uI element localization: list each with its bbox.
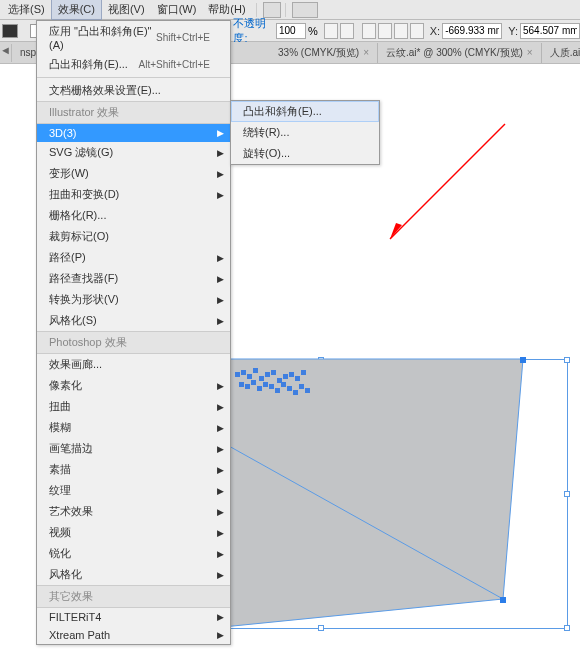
submenu-arrow-icon: ▶ bbox=[217, 190, 224, 200]
menu-pixelate[interactable]: 像素化▶ bbox=[37, 375, 230, 396]
menu-window[interactable]: 窗口(W) bbox=[151, 0, 203, 19]
isolate-icon[interactable] bbox=[410, 23, 424, 39]
svg-rect-18 bbox=[263, 382, 268, 387]
section-other: 其它效果 bbox=[37, 585, 230, 608]
opacity-unit: % bbox=[308, 25, 318, 37]
svg-rect-17 bbox=[257, 386, 262, 391]
fill-swatch[interactable] bbox=[2, 24, 18, 38]
svg-rect-3 bbox=[241, 370, 246, 375]
menu-blur[interactable]: 模糊▶ bbox=[37, 417, 230, 438]
submenu-arrow-icon: ▶ bbox=[217, 612, 224, 622]
menu-filterit4[interactable]: FILTERiT4▶ bbox=[37, 608, 230, 626]
separator bbox=[285, 3, 286, 17]
submenu-arrow-icon: ▶ bbox=[217, 381, 224, 391]
svg-rect-13 bbox=[301, 370, 306, 375]
menu-stylize-ps[interactable]: 风格化▶ bbox=[37, 564, 230, 585]
submenu-arrow-icon: ▶ bbox=[217, 128, 224, 138]
menu-warp[interactable]: 变形(W)▶ bbox=[37, 163, 230, 184]
menu-crop-marks[interactable]: 裁剪标记(O) bbox=[37, 226, 230, 247]
menu-effects[interactable]: 效果(C) bbox=[51, 0, 102, 20]
menu-distort-transform[interactable]: 扭曲和变换(D)▶ bbox=[37, 184, 230, 205]
submenu-extrude-bevel[interactable]: 凸出和斜角(E)... bbox=[231, 101, 379, 122]
svg-rect-12 bbox=[295, 376, 300, 381]
annotation-arrow bbox=[380, 119, 510, 249]
menu-rasterize[interactable]: 栅格化(R)... bbox=[37, 205, 230, 226]
submenu-arrow-icon: ▶ bbox=[217, 423, 224, 433]
svg-rect-15 bbox=[245, 384, 250, 389]
menu-artistic[interactable]: 艺术效果▶ bbox=[37, 501, 230, 522]
section-illustrator: Illustrator 效果 bbox=[37, 101, 230, 124]
menu-video[interactable]: 视频▶ bbox=[37, 522, 230, 543]
submenu-arrow-icon: ▶ bbox=[217, 295, 224, 305]
style-icon[interactable] bbox=[324, 23, 338, 39]
align-icon[interactable] bbox=[362, 23, 376, 39]
menu-stylize[interactable]: 风格化(S)▶ bbox=[37, 310, 230, 331]
submenu-arrow-icon: ▶ bbox=[217, 486, 224, 496]
submenu-arrow-icon: ▶ bbox=[217, 507, 224, 517]
menu-convert-shape[interactable]: 转换为形状(V)▶ bbox=[37, 289, 230, 310]
menu-texture[interactable]: 纹理▶ bbox=[37, 480, 230, 501]
document-tab[interactable]: 人质.ai* @ 100% (RG bbox=[542, 43, 580, 63]
menu-brush-strokes[interactable]: 画笔描边▶ bbox=[37, 438, 230, 459]
recolor-icon[interactable] bbox=[340, 23, 354, 39]
submenu-arrow-icon: ▶ bbox=[217, 444, 224, 454]
tab-scroll-left[interactable]: ◄ bbox=[0, 44, 12, 62]
menu-path[interactable]: 路径(P)▶ bbox=[37, 247, 230, 268]
svg-rect-23 bbox=[293, 390, 298, 395]
submenu-rotate[interactable]: 旋转(O)... bbox=[231, 143, 379, 164]
svg-rect-2 bbox=[235, 372, 240, 377]
svg-rect-19 bbox=[269, 384, 274, 389]
svg-line-26 bbox=[390, 124, 505, 239]
close-icon[interactable]: × bbox=[363, 47, 369, 58]
menu-sharpen[interactable]: 锐化▶ bbox=[37, 543, 230, 564]
svg-marker-27 bbox=[390, 223, 402, 239]
document-tab[interactable]: 33% (CMYK/预览)× bbox=[270, 43, 378, 63]
opacity-input[interactable] bbox=[276, 23, 306, 39]
submenu-revolve[interactable]: 绕转(R)... bbox=[231, 122, 379, 143]
x-input[interactable] bbox=[442, 23, 502, 39]
opacity-label: 不透明度: bbox=[233, 16, 273, 46]
transform-icon[interactable] bbox=[378, 23, 392, 39]
menu-3d[interactable]: 3D(3)▶ bbox=[37, 124, 230, 142]
menu-select[interactable]: 选择(S) bbox=[2, 0, 51, 19]
svg-rect-5 bbox=[253, 368, 258, 373]
svg-rect-11 bbox=[289, 372, 294, 377]
document-tab[interactable]: 云纹.ai* @ 300% (CMYK/预览)× bbox=[378, 43, 542, 63]
menu-xtream-path[interactable]: Xtream Path▶ bbox=[37, 626, 230, 644]
svg-rect-6 bbox=[259, 376, 264, 381]
menu-effect-gallery[interactable]: 效果画廊... bbox=[37, 354, 230, 375]
anchor-point[interactable] bbox=[500, 597, 506, 603]
submenu-3d: 凸出和斜角(E)... 绕转(R)... 旋转(O)... bbox=[230, 100, 380, 165]
x-label: X: bbox=[430, 25, 440, 37]
submenu-arrow-icon: ▶ bbox=[217, 274, 224, 284]
y-input[interactable] bbox=[520, 23, 580, 39]
svg-rect-14 bbox=[239, 382, 244, 387]
menu-view[interactable]: 视图(V) bbox=[102, 0, 151, 19]
apply-last-effect[interactable]: 应用 "凸出和斜角(E)" (A)Shift+Ctrl+E bbox=[37, 21, 230, 54]
anchor-point[interactable] bbox=[520, 357, 526, 363]
submenu-arrow-icon: ▶ bbox=[217, 148, 224, 158]
menu-pathfinder[interactable]: 路径查找器(F)▶ bbox=[37, 268, 230, 289]
arrange-icon[interactable] bbox=[292, 2, 318, 18]
svg-rect-20 bbox=[275, 388, 280, 393]
effects-menu: 应用 "凸出和斜角(E)" (A)Shift+Ctrl+E 凸出和斜角(E)..… bbox=[36, 20, 231, 645]
menu-sketch[interactable]: 素描▶ bbox=[37, 459, 230, 480]
submenu-arrow-icon: ▶ bbox=[217, 528, 224, 538]
submenu-arrow-icon: ▶ bbox=[217, 570, 224, 580]
svg-rect-24 bbox=[299, 384, 304, 389]
y-label: Y: bbox=[508, 25, 518, 37]
svg-rect-4 bbox=[247, 374, 252, 379]
svg-rect-10 bbox=[283, 374, 288, 379]
document-raster-settings[interactable]: 文档栅格效果设置(E)... bbox=[37, 80, 230, 101]
close-icon[interactable]: × bbox=[527, 47, 533, 58]
submenu-arrow-icon: ▶ bbox=[217, 402, 224, 412]
submenu-arrow-icon: ▶ bbox=[217, 630, 224, 640]
menu-svg-filters[interactable]: SVG 滤镜(G)▶ bbox=[37, 142, 230, 163]
last-effect[interactable]: 凸出和斜角(E)...Alt+Shift+Ctrl+E bbox=[37, 54, 230, 75]
shape-icon[interactable] bbox=[394, 23, 408, 39]
menubar: 选择(S) 效果(C) 视图(V) 窗口(W) 帮助(H) bbox=[0, 0, 580, 20]
svg-rect-8 bbox=[271, 370, 276, 375]
svg-rect-25 bbox=[305, 388, 310, 393]
separator bbox=[256, 3, 257, 17]
menu-distort[interactable]: 扭曲▶ bbox=[37, 396, 230, 417]
